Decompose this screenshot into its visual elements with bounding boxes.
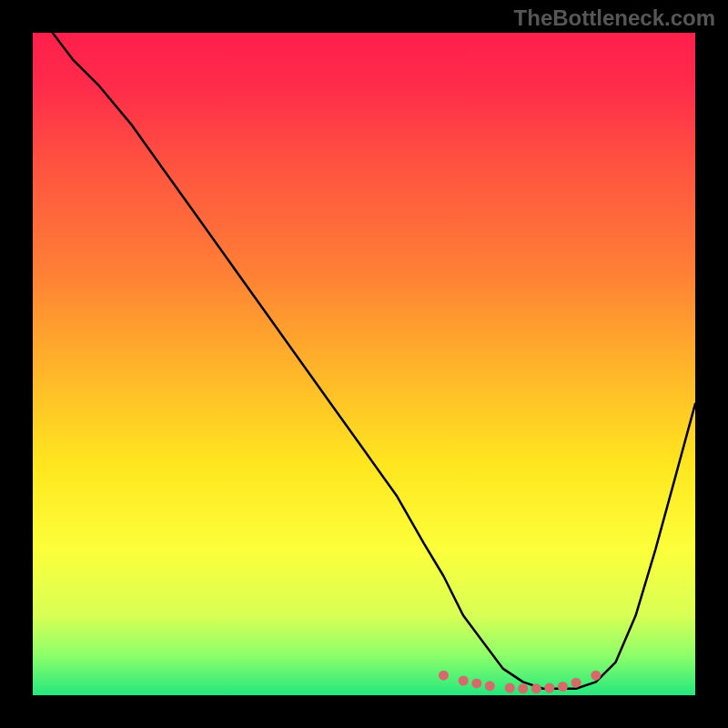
- highlight-dot: [439, 671, 449, 681]
- highlight-dot: [505, 683, 515, 693]
- chart-frame: TheBottleneck.com: [0, 0, 728, 728]
- highlight-dot: [485, 681, 495, 691]
- highlight-dot: [459, 676, 469, 686]
- highlight-dot: [571, 678, 581, 688]
- watermark-label: TheBottleneck.com: [514, 5, 715, 31]
- gradient-background: [33, 33, 695, 695]
- highlight-dot: [531, 683, 541, 693]
- highlight-dot: [518, 683, 528, 693]
- highlight-dot: [544, 683, 554, 693]
- highlight-dot: [591, 671, 601, 681]
- highlight-dot: [558, 682, 568, 692]
- highlight-dot: [471, 678, 481, 688]
- plot-area: [33, 33, 695, 695]
- chart-svg: [33, 33, 695, 695]
